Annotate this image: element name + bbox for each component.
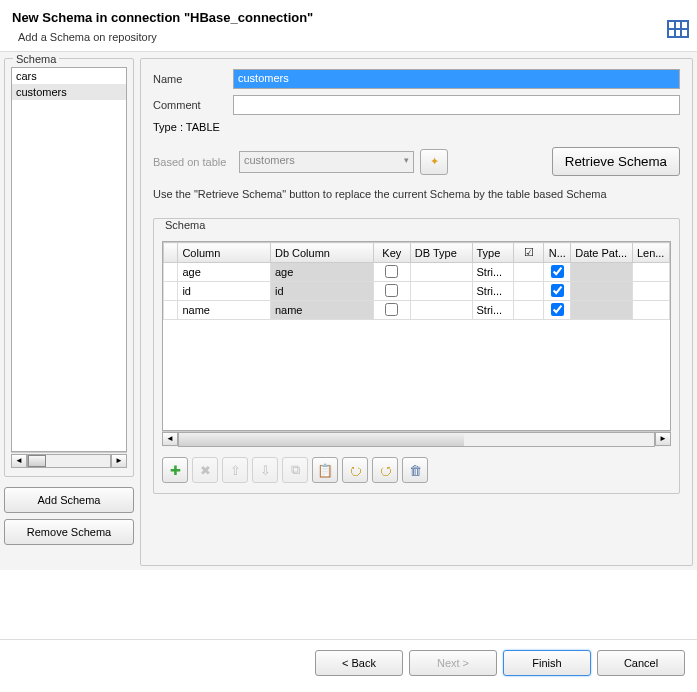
col-dbtype[interactable]: DB Type [410, 243, 472, 263]
col-nullable[interactable]: N... [544, 243, 571, 263]
cell-nullable[interactable] [544, 263, 571, 282]
table-hscroll[interactable]: ◄ ► [162, 431, 671, 447]
wand-icon: ✦ [430, 155, 439, 168]
copy-icon: ⧉ [282, 457, 308, 483]
finish-button[interactable]: Finish [503, 650, 591, 676]
dialog-title: New Schema in connection "HBase_connecti… [12, 10, 685, 25]
comment-input[interactable] [233, 95, 680, 115]
schema-table-label: Schema [162, 219, 208, 231]
name-label: Name [153, 73, 233, 85]
delete-icon: ✖ [192, 457, 218, 483]
cancel-button[interactable]: Cancel [597, 650, 685, 676]
add-icon[interactable]: ✚ [162, 457, 188, 483]
table-row[interactable]: ageageStri... [164, 263, 670, 282]
cell-type[interactable]: Stri... [472, 263, 513, 282]
schema-item[interactable]: customers [12, 84, 126, 100]
schema-list-label: Schema [13, 53, 59, 65]
cell-length[interactable] [632, 301, 669, 320]
schema-list-hscroll[interactable]: ◄ ► [11, 452, 127, 468]
col-check[interactable]: ☑ [513, 243, 544, 263]
cell-length[interactable] [632, 282, 669, 301]
down-icon: ⇩ [252, 457, 278, 483]
schema-table-group: Schema Column Db Column Key DB Type Type… [153, 218, 680, 494]
col-type[interactable]: Type [472, 243, 513, 263]
col-dbcolumn[interactable]: Db Column [270, 243, 373, 263]
retrieve-schema-button[interactable]: Retrieve Schema [552, 147, 680, 176]
col-length[interactable]: Len... [632, 243, 669, 263]
retrieve-hint: Use the "Retrieve Schema" button to repl… [153, 188, 680, 200]
cell-nullable[interactable] [544, 301, 571, 320]
scroll-left-icon[interactable]: ◄ [11, 454, 27, 468]
cell-length[interactable] [632, 263, 669, 282]
cell-type[interactable]: Stri... [472, 301, 513, 320]
table-row[interactable]: ididStri... [164, 282, 670, 301]
name-input[interactable]: customers [233, 69, 680, 89]
table-row[interactable]: namenameStri... [164, 301, 670, 320]
scroll-left-icon[interactable]: ◄ [162, 432, 178, 446]
wizard-footer: < Back Next > Finish Cancel [0, 639, 697, 692]
cell-datepattern[interactable] [571, 282, 633, 301]
col-key[interactable]: Key [373, 243, 410, 263]
remove-schema-button[interactable]: Remove Schema [4, 519, 134, 545]
type-label: Type : TABLE [153, 121, 220, 133]
cell-dbtype[interactable] [410, 263, 472, 282]
cell-column[interactable]: age [178, 263, 271, 282]
cell-check[interactable] [513, 263, 544, 282]
scroll-right-icon[interactable]: ► [111, 454, 127, 468]
add-schema-button[interactable]: Add Schema [4, 487, 134, 513]
import-icon[interactable]: ⭮ [342, 457, 368, 483]
dialog-subtitle: Add a Schema on repository [18, 31, 685, 43]
cell-dbtype[interactable] [410, 282, 472, 301]
dialog-header: New Schema in connection "HBase_connecti… [0, 0, 697, 52]
cell-dbcolumn[interactable]: id [270, 282, 373, 301]
back-button[interactable]: < Back [315, 650, 403, 676]
based-on-label: Based on table [153, 156, 233, 168]
schema-grid-icon [667, 20, 689, 38]
paste-icon[interactable]: 📋 [312, 457, 338, 483]
cell-check[interactable] [513, 282, 544, 301]
cell-key[interactable] [373, 301, 410, 320]
table-toolbar: ✚✖⇧⇩⧉📋⭮⭯🗑 [162, 457, 671, 483]
cell-check[interactable] [513, 301, 544, 320]
scroll-right-icon[interactable]: ► [655, 432, 671, 446]
cell-datepattern[interactable] [571, 263, 633, 282]
based-on-combo[interactable]: customers [239, 151, 414, 173]
col-handle[interactable] [164, 243, 178, 263]
next-button: Next > [409, 650, 497, 676]
schema-table[interactable]: Column Db Column Key DB Type Type ☑ N...… [162, 241, 671, 431]
export-icon[interactable]: ⭯ [372, 457, 398, 483]
cell-dbtype[interactable] [410, 301, 472, 320]
guess-schema-button[interactable]: ✦ [420, 149, 448, 175]
cell-dbcolumn[interactable]: age [270, 263, 373, 282]
trash-icon[interactable]: 🗑 [402, 457, 428, 483]
cell-type[interactable]: Stri... [472, 282, 513, 301]
cell-column[interactable]: name [178, 301, 271, 320]
schema-list[interactable]: cars customers [11, 67, 127, 452]
cell-key[interactable] [373, 263, 410, 282]
schema-list-group: Schema cars customers ◄ ► [4, 58, 134, 477]
col-column[interactable]: Column [178, 243, 271, 263]
schema-item[interactable]: cars [12, 68, 126, 84]
cell-nullable[interactable] [544, 282, 571, 301]
cell-datepattern[interactable] [571, 301, 633, 320]
col-datepattern[interactable]: Date Pat... [571, 243, 633, 263]
cell-key[interactable] [373, 282, 410, 301]
cell-column[interactable]: id [178, 282, 271, 301]
cell-dbcolumn[interactable]: name [270, 301, 373, 320]
up-icon: ⇧ [222, 457, 248, 483]
comment-label: Comment [153, 99, 233, 111]
